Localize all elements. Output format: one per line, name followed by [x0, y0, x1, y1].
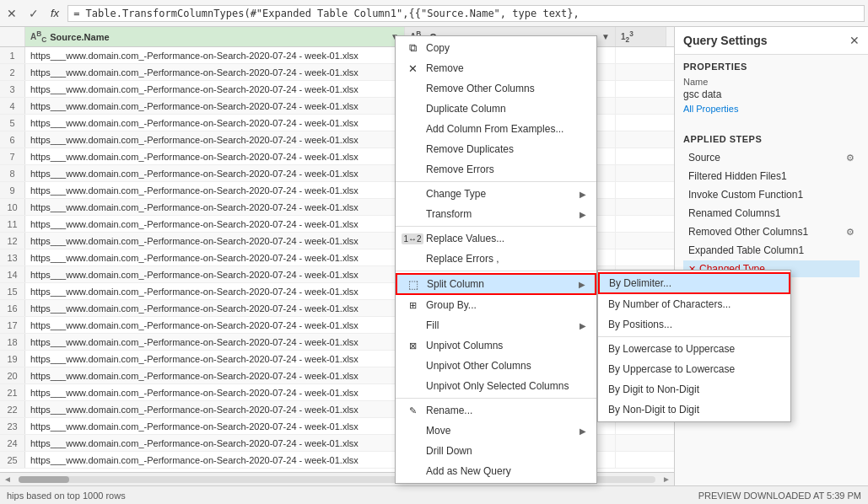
menu-label-add_column_from_examples: Add Column From Examples... — [426, 123, 586, 135]
properties-section: PROPERTIES Name gsc data All Properties — [675, 55, 868, 127]
row-num-cell: 17 — [0, 317, 25, 333]
formula-bar: ✕ ✓ fx — [0, 0, 868, 27]
menu-label-copy: Copy — [426, 42, 586, 54]
all-properties-link[interactable]: All Properties — [683, 104, 860, 114]
source-name-cell: https___www.domain.com_-Performance-on-S… — [25, 81, 405, 97]
row-num-cell: 8 — [0, 165, 25, 181]
menu-arrow-fill: ▶ — [580, 321, 586, 330]
submenu-item-by_delimiter[interactable]: By Delimiter... — [598, 272, 790, 294]
menu-item-icon-remove_other_columns — [406, 82, 419, 95]
row-num-cell: 9 — [0, 182, 25, 198]
source-name-cell: https___www.domain.com_-Performance-on-S… — [25, 199, 405, 215]
menu-item-icon-unpivot_columns: ⊠ — [406, 339, 419, 352]
menu-label-remove_other_columns: Remove Other Columns — [426, 83, 586, 94]
col-header-num[interactable]: 123 — [616, 27, 666, 46]
menu-label-add_as_new_query: Add as New Query — [426, 465, 586, 477]
menu-item-replace_values[interactable]: 1↔2 Replace Values... — [396, 228, 596, 249]
submenu-label-by_positions: By Positions... — [608, 319, 672, 330]
step-settings-icon[interactable]: ⚙ — [846, 227, 855, 238]
menu-item-icon-group_by: ⊞ — [406, 298, 419, 312]
row-num-cell: 22 — [0, 401, 25, 417]
split-column-submenu: By Delimiter...By Number of Characters..… — [597, 270, 791, 422]
source-name-cell: https___www.domain.com_-Performance-on-S… — [25, 334, 405, 350]
close-icon[interactable]: ✕ — [3, 5, 20, 22]
menu-item-remove[interactable]: ✕ Remove — [396, 58, 596, 78]
step-expanded_table_column[interactable]: Expanded Table Column1 — [683, 242, 860, 259]
source-name-cell: https___www.domain.com_-Performance-on-S… — [25, 165, 405, 181]
menu-item-transform[interactable]: Transform ▶ — [396, 204, 596, 224]
menu-item-change_type[interactable]: Change Type ▶ — [396, 184, 596, 204]
applied-steps-title: APPLIED STEPS — [683, 134, 860, 144]
menu-item-unpivot_other_columns[interactable]: Unpivot Other Columns — [396, 356, 596, 376]
applied-steps-section: APPLIED STEPS Source ⚙ Filtered Hidden F… — [675, 127, 868, 284]
submenu-item-by_positions[interactable]: By Positions... — [598, 314, 790, 335]
formula-input[interactable] — [67, 5, 865, 22]
steps-list: Source ⚙ Filtered Hidden Files1 Invoke C… — [683, 149, 860, 277]
source-name-cell: https___www.domain.com_-Performance-on-S… — [25, 317, 405, 333]
menu-item-icon-unpivot_other_columns — [406, 359, 419, 373]
menu-label-remove_errors: Remove Errors — [426, 164, 586, 175]
row-num-cell: 7 — [0, 148, 25, 164]
menu-item-move[interactable]: Move ▶ — [396, 421, 596, 441]
col-filter-query[interactable]: ▼ — [601, 32, 610, 41]
step-label-expanded_table_column: Expanded Table Column1 — [688, 244, 855, 256]
menu-item-group_by[interactable]: ⊞ Group By... — [396, 295, 596, 315]
source-name-cell: https___www.domain.com_-Performance-on-S… — [25, 98, 405, 114]
menu-arrow-transform: ▶ — [580, 210, 586, 219]
submenu-item-by_non_digit_to_digit[interactable]: By Non-Digit to Digit — [598, 399, 790, 420]
menu-item-remove_duplicates[interactable]: Remove Duplicates — [396, 139, 596, 159]
step-gear-icon[interactable]: ⚙ — [846, 153, 855, 164]
submenu-item-by_number_of_characters[interactable]: By Number of Characters... — [598, 294, 790, 314]
menu-item-copy[interactable]: ⧉ Copy — [396, 38, 596, 58]
query-settings-close-icon[interactable]: ✕ — [849, 34, 860, 47]
menu-item-remove_other_columns[interactable]: Remove Other Columns — [396, 78, 596, 99]
menu-item-icon-fill — [406, 319, 419, 332]
menu-label-split_column: Split Column — [427, 278, 572, 290]
source-name-cell: https___www.domain.com_-Performance-on-S… — [25, 367, 405, 383]
col-header-source-name[interactable]: ABC Source.Name ▼ — [25, 27, 405, 46]
menu-item-add_column_from_examples[interactable]: Add Column From Examples... — [396, 119, 596, 139]
menu-item-icon-copy: ⧉ — [406, 41, 419, 55]
step-filtered_hidden_files[interactable]: Filtered Hidden Files1 — [683, 168, 860, 185]
menu-label-drill_down: Drill Down — [426, 445, 586, 457]
menu-item-unpivot_only_selected[interactable]: Unpivot Only Selected Columns — [396, 376, 596, 396]
menu-item-rename[interactable]: ✎ Rename... — [396, 400, 596, 421]
submenu-item-by_digit_to_non_digit[interactable]: By Digit to Non-Digit — [598, 379, 790, 399]
menu-item-add_as_new_query[interactable]: Add as New Query — [396, 461, 596, 481]
step-renamed_columns[interactable]: Renamed Columns1 — [683, 205, 860, 222]
menu-item-duplicate_column[interactable]: Duplicate Column — [396, 99, 596, 119]
source-name-cell: https___www.domain.com_-Performance-on-S… — [25, 131, 405, 147]
step-removed_other_columns[interactable]: Removed Other Columns1 ⚙ — [683, 223, 860, 240]
row-num-cell: 12 — [0, 233, 25, 249]
submenu-item-by_lowercase_to_uppercase[interactable]: By Lowercase to Uppercase — [598, 339, 790, 359]
step-invoke_custom_function[interactable]: Invoke Custom Function1 — [683, 186, 860, 203]
menu-item-icon-replace_errors — [406, 252, 419, 265]
menu-item-icon-remove_duplicates — [406, 142, 419, 156]
context-menu: ⧉ Copy ✕ Remove Remove Other Columns Dup… — [395, 35, 597, 484]
row-num-cell: 19 — [0, 351, 25, 367]
step-label-removed_other_columns: Removed Other Columns1 — [688, 226, 846, 238]
name-label: Name — [683, 77, 860, 87]
menu-item-split_column[interactable]: ⬚ Split Column ▶ — [396, 273, 596, 295]
menu-item-unpivot_columns[interactable]: ⊠ Unpivot Columns — [396, 335, 596, 356]
menu-label-move: Move — [426, 425, 573, 437]
properties-title: PROPERTIES — [683, 62, 860, 72]
source-name-cell: https___www.domain.com_-Performance-on-S… — [25, 249, 405, 265]
step-source[interactable]: Source ⚙ — [683, 149, 860, 166]
menu-item-remove_errors[interactable]: Remove Errors — [396, 159, 596, 180]
source-name-cell: https___www.domain.com_-Performance-on-S… — [25, 452, 405, 468]
row-num-cell: 18 — [0, 334, 25, 350]
step-label-source: Source — [688, 152, 846, 164]
menu-item-replace_errors[interactable]: Replace Errors , — [396, 249, 596, 269]
menu-label-unpivot_other_columns: Unpivot Other Columns — [426, 360, 586, 372]
menu-item-icon-drill_down — [406, 444, 419, 458]
menu-item-drill_down[interactable]: Drill Down — [396, 441, 596, 461]
source-name-cell: https___www.domain.com_-Performance-on-S… — [25, 384, 405, 400]
menu-item-fill[interactable]: Fill ▶ — [396, 315, 596, 335]
row-num-cell: 24 — [0, 435, 25, 451]
submenu-item-by_uppercase_to_lowercase[interactable]: By Uppercase to Lowercase — [598, 359, 790, 379]
col-name-source: Source.Name — [50, 32, 391, 42]
check-icon[interactable]: ✓ — [25, 5, 42, 22]
submenu-label-by_delimiter: By Delimiter... — [609, 277, 671, 289]
row-num-cell: 5 — [0, 115, 25, 131]
